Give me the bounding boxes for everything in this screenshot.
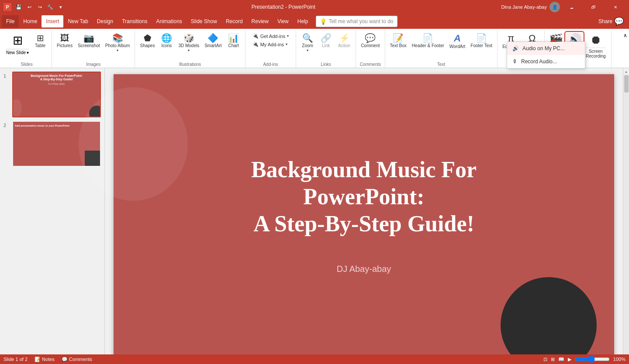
slide-deco-bottom [501,277,597,364]
redo-button[interactable]: ↪ [35,2,45,12]
undo-button[interactable]: ↩ [24,2,34,12]
save-button[interactable]: 💾 [14,2,24,12]
shapes-label: Shapes [140,43,155,48]
tell-me-search[interactable]: 💡 Tell me what you want to do [316,16,397,27]
slide-canvas[interactable]: Background Music For PowerPoint: A Step-… [114,74,614,356]
normal-view-button[interactable]: ⊡ [543,357,547,362]
table-label: Table [35,43,45,48]
text-box-button[interactable]: 📝 Text Box [388,32,409,50]
minimize-button[interactable]: 🗕 [562,0,582,14]
user-avatar[interactable]: 👤 [550,2,560,12]
icons-label: Icons [161,43,172,48]
scroll-thumb[interactable] [624,75,629,93]
maximize-button[interactable]: 🗗 [584,0,604,14]
action-label: Action [338,43,350,48]
reading-view-button[interactable]: 📖 [558,357,564,362]
zoom-slider[interactable] [575,356,610,363]
get-addins-label: Get Add-ins [260,34,285,39]
slide-sorter-button[interactable]: ⊞ [551,357,555,362]
slide-preview-1[interactable]: Background Music For PowerPoint:A Step-B… [12,72,101,117]
table-button[interactable]: ⊞ Table [31,32,49,50]
table-icon: ⊞ [37,34,44,42]
menu-design[interactable]: Design [93,15,118,27]
chart-button[interactable]: 📊 Chart [225,32,242,50]
chevron-up-icon: ∧ [623,32,627,38]
user-area: Dina Jane Abay-abay 👤 [501,2,560,12]
record-audio-icon: 🎙 [512,58,518,65]
title-line-3: A Step-By-Step Guide! [253,211,474,236]
ribbon-group-illustrations: ⬟ Shapes 🌐 Icons 🎲 3D Models ▾ 🔷 SmartAr… [135,31,245,68]
new-slide-button[interactable]: ⊞ New Slide▾ [4,32,31,56]
slide-deco-oval [12,99,22,117]
menu-slideshow[interactable]: Slide Show [187,15,221,27]
comments-group-items: 💬 Comment [359,31,382,61]
shapes-button[interactable]: ⬟ Shapes [138,32,157,50]
menu-insert[interactable]: Insert [41,15,63,27]
audio-on-pc-item[interactable]: 🔊 Audio on My PC... [507,42,585,55]
my-addins-button[interactable]: 🔌 My Add-ins ▾ [250,41,291,48]
link-button[interactable]: 🔗 Link [317,32,335,50]
footer-text-button[interactable]: 📄 Footer Text [468,32,494,50]
zoom-button[interactable]: 🔍 Zoom ▾ [299,32,316,54]
3d-models-button[interactable]: 🎲 3D Models ▾ [176,32,201,54]
pictures-button[interactable]: 🖼 Pictures [55,32,75,50]
customize-button[interactable]: 🔧 [45,2,55,12]
slide-main-title[interactable]: Background Music For PowerPoint: A Step-… [164,156,564,237]
slide-thumb-1[interactable]: 1 Background Music For PowerPoint:A Step… [3,72,101,117]
pictures-icon: 🖼 [60,34,69,42]
menu-transitions[interactable]: Transitions [118,15,152,27]
photo-album-icon: 📚 [112,34,123,42]
menu-view[interactable]: View [273,15,293,27]
slides-group-label: Slides [21,61,32,68]
ribbon-group-slides: ⊞ New Slide▾ ⊞ Table Slides [2,31,52,68]
wordart-label: WordArt [449,44,466,49]
action-button[interactable]: ⚡ Action [335,32,353,50]
screenshot-button[interactable]: 📷 Screenshot [76,32,102,50]
vertical-scrollbar[interactable]: ▲ ▼ [623,68,629,362]
slide-thumb-title: Background Music For PowerPoint:A Step-B… [13,72,100,82]
slideshow-button[interactable]: ▶ [568,357,571,362]
header-footer-icon: 📄 [422,34,433,42]
comment-button[interactable]: 💬 Comment [359,32,382,50]
addins-group-label: Add-ins [263,61,278,68]
menu-file[interactable]: File [2,15,19,27]
photo-album-label: Photo Album [105,43,130,48]
smartart-icon: 🔷 [207,34,218,42]
title-line-2: PowerPoint: [303,184,424,209]
status-bar: Slide 1 of 2 📝 Notes 💬 Comments ⊡ ⊞ 📖 ▶ … [0,354,629,364]
screen-recording-icon: ⏺ [586,33,606,48]
links-group-label: Links [321,61,331,68]
close-button[interactable]: ✕ [605,0,626,14]
screen-recording-label2: Recording [586,54,606,58]
comments-button[interactable]: 💬 Comments [62,357,92,362]
photo-album-button[interactable]: 📚 Photo Album ▾ [103,32,132,54]
header-footer-button[interactable]: 📄 Header & Footer [410,32,446,50]
get-addins-button[interactable]: 🔌 Get Add-ins ▾ [250,32,291,40]
new-slide-icon: ⊞ [6,33,29,49]
menu-record[interactable]: Record [221,15,247,27]
smartart-button[interactable]: 🔷 SmartArt [202,32,224,50]
text-box-icon: 📝 [393,34,404,42]
scroll-track[interactable] [623,75,629,355]
menu-review[interactable]: Review [247,15,273,27]
record-audio-item[interactable]: 🎙 Record Audio... [507,55,585,68]
icons-button[interactable]: 🌐 Icons [158,32,175,50]
my-addins-icon: 🔌 [252,41,259,47]
notes-button[interactable]: 📝 Notes [35,357,55,362]
menu-new-tab[interactable]: New Tab [63,15,92,27]
illustrations-group-items: ⬟ Shapes 🌐 Icons 🎲 3D Models ▾ 🔷 SmartAr… [138,31,242,61]
screen-recording-button[interactable]: ⏺ Screen Recording [584,32,608,59]
menu-help[interactable]: Help [293,15,313,27]
qat-dropdown[interactable]: ▾ [56,2,66,12]
comments-group-label: Comments [360,61,381,68]
menu-animations[interactable]: Animations [152,15,186,27]
title-bar-left: P 💾 ↩ ↪ 🔧 ▾ [3,2,66,12]
menu-home[interactable]: Home [19,15,41,27]
wordart-button[interactable]: A WordArt [447,32,468,51]
share-button[interactable]: Share [598,18,612,24]
ribbon-group-addins: 🔌 Get Add-ins ▾ 🔌 My Add-ins ▾ Add-ins [245,31,296,68]
ribbon-collapse-button[interactable]: ∧ [622,31,629,68]
comments-toggle[interactable]: 💬 [614,17,624,26]
scroll-up-button[interactable]: ▲ [623,68,629,75]
get-addins-icon: 🔌 [252,33,259,39]
